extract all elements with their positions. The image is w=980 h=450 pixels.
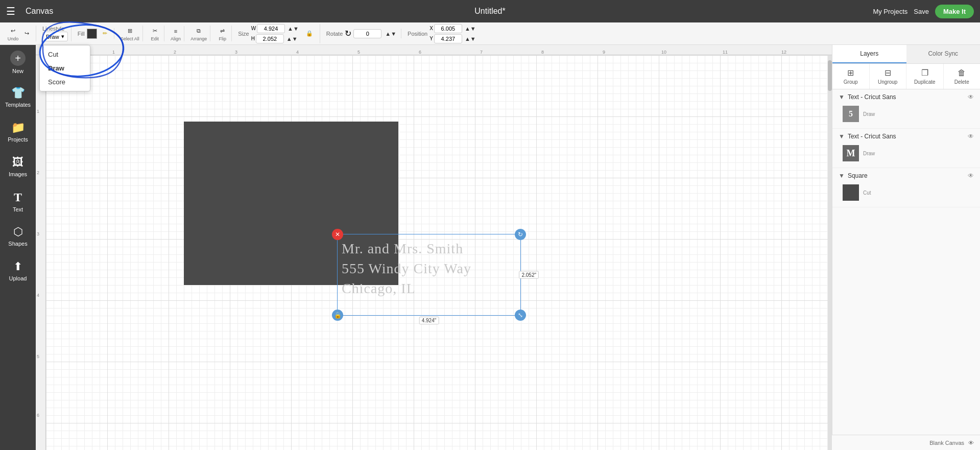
rotate-handle[interactable]: ↻ xyxy=(515,229,526,240)
select-all-button[interactable]: ⊞ xyxy=(124,26,136,36)
rotate-input[interactable] xyxy=(353,29,381,38)
canvas-object[interactable]: ✕ ↻ 🔒 ⤡ Mr. and Mrs. Smith 555 Windy Cit xyxy=(184,122,398,285)
close-icon: ✕ xyxy=(335,231,340,238)
layer-group-text-2: ▼ Text - Cricut Sans 👁 M Draw xyxy=(832,129,980,168)
layer-visibility-toggle-2[interactable]: 👁 xyxy=(968,133,974,140)
scale-handle[interactable]: ⤡ xyxy=(515,310,526,321)
ungroup-icon: ⊟ xyxy=(885,68,891,78)
expand-arrow-3[interactable]: ▼ xyxy=(839,172,845,179)
flip-button[interactable]: ⇌ xyxy=(217,26,228,36)
sidebar-item-text[interactable]: T Text xyxy=(0,184,36,219)
layer-visibility-toggle-1[interactable]: 👁 xyxy=(968,93,974,101)
duplicate-label: Duplicate xyxy=(914,79,936,85)
layer-item-square[interactable]: Cut xyxy=(839,182,974,203)
text-icon: T xyxy=(14,191,22,204)
my-projects-link[interactable]: My Projects xyxy=(873,8,907,15)
layer-visibility-toggle-3[interactable]: 👁 xyxy=(968,172,974,179)
undo-button[interactable]: ↩ xyxy=(7,26,19,36)
layer-group-title-2: Text - Cricut Sans xyxy=(848,133,896,140)
layer-item-text-5[interactable]: 5 Draw xyxy=(839,104,974,124)
linestyle-menu: Cut Draw Score xyxy=(39,45,90,91)
delete-action[interactable]: 🗑 Delete xyxy=(944,64,981,89)
x-input[interactable] xyxy=(434,24,462,33)
tab-layers[interactable]: Layers xyxy=(832,45,906,63)
sidebar-new-label: New xyxy=(12,68,23,74)
undo-redo-group: ↩ Undo ↪ xyxy=(4,26,36,41)
w-label: W xyxy=(251,26,256,31)
flip-group: ⇌ Flip xyxy=(213,26,232,41)
linestyle-value: Draw xyxy=(46,34,59,40)
ungroup-label: Ungroup xyxy=(878,79,897,85)
y-step-btn[interactable]: ▲▼ xyxy=(463,35,477,42)
fill-group: Fill ✏ xyxy=(75,28,114,39)
panel-actions: ⊞ Group ⊟ Ungroup ❐ Duplicate 🗑 Delete xyxy=(832,64,980,89)
vertical-scrollbar[interactable] xyxy=(828,55,832,450)
scrollbar-thumb[interactable] xyxy=(828,60,832,91)
linestyle-option-cut[interactable]: Cut xyxy=(40,48,90,61)
save-button[interactable]: Save xyxy=(914,8,929,15)
group-action[interactable]: ⊞ Group xyxy=(832,64,870,89)
sidebar-item-templates[interactable]: 👕 Templates xyxy=(0,80,36,114)
sidebar-upload-label: Upload xyxy=(9,275,27,281)
redo-button[interactable]: ↪ xyxy=(21,28,33,39)
selected-element[interactable]: ✕ ↻ 🔒 ⤡ Mr. and Mrs. Smith 555 Windy Cit xyxy=(337,234,521,316)
canvas-text-element[interactable]: Mr. and Mrs. Smith 555 Windy City Way Ch… xyxy=(338,234,520,303)
sidebar-item-images[interactable]: 🖼 Images xyxy=(0,149,36,184)
x-step-btn[interactable]: ▲▼ xyxy=(463,25,477,32)
width-input[interactable] xyxy=(257,24,285,33)
arrange-button[interactable]: ⧉ xyxy=(193,26,204,36)
sidebar-item-projects[interactable]: 📁 Projects xyxy=(0,114,36,149)
edit-button[interactable]: ✂ xyxy=(149,26,161,36)
redo-icon: ↪ xyxy=(25,30,29,37)
expand-arrow-1[interactable]: ▼ xyxy=(839,93,845,101)
linestyle-dropdown[interactable]: Draw ▾ xyxy=(42,32,68,41)
linestyle-option-score[interactable]: Score xyxy=(40,75,90,89)
w-step-btn[interactable]: ▲▼ xyxy=(286,25,300,32)
layer-group-header-3: ▼ Square 👁 xyxy=(839,172,974,179)
sidebar-item-new[interactable]: + New xyxy=(0,45,36,80)
hamburger-menu[interactable]: ☰ xyxy=(6,5,15,17)
arrange-label: Arrange xyxy=(190,36,207,41)
expand-arrow-2[interactable]: ▼ xyxy=(839,133,845,140)
tab-color-sync[interactable]: Color Sync xyxy=(906,45,981,63)
text-line-3: Chicago, IL xyxy=(342,278,516,298)
ruler-vertical: 1 2 3 4 5 6 7 xyxy=(36,55,46,450)
canvas-visibility-icon[interactable]: 👁 xyxy=(968,440,974,446)
align-button[interactable]: ≡ xyxy=(171,26,181,36)
ungroup-action[interactable]: ⊟ Ungroup xyxy=(870,64,907,89)
dimension-width-label: 4.924" xyxy=(419,317,439,324)
canvas-title: Untitled* xyxy=(474,7,505,16)
linestyle-option-draw[interactable]: Draw xyxy=(40,61,90,75)
lock-proportions-button[interactable]: 🔒 xyxy=(302,28,317,39)
rotate-icon: ↻ xyxy=(345,29,351,38)
layer-type-square: Cut xyxy=(863,190,970,196)
fill-color-swatch[interactable] xyxy=(87,29,97,39)
undo-icon: ↩ xyxy=(11,28,15,34)
sidebar-item-shapes[interactable]: ⬡ Shapes xyxy=(0,219,36,253)
duplicate-icon: ❐ xyxy=(921,68,928,78)
layer-type-M: Draw xyxy=(863,151,970,156)
shapes-icon: ⬡ xyxy=(13,225,23,239)
text-line-1: Mr. and Mrs. Smith xyxy=(342,239,516,258)
delete-handle[interactable]: ✕ xyxy=(332,229,343,240)
rotate-step-btn[interactable]: ▲▼ xyxy=(384,30,398,37)
app-title: Canvas xyxy=(26,7,867,16)
lock-handle[interactable]: 🔒 xyxy=(332,310,343,321)
plus-icon: + xyxy=(10,51,26,66)
layer-item-text-M[interactable]: M Draw xyxy=(839,143,974,163)
make-it-button[interactable]: Make It xyxy=(935,5,974,18)
panel-tabs: Layers Color Sync xyxy=(832,45,980,64)
fill-color-picker[interactable]: ✏ xyxy=(99,28,111,39)
height-input[interactable] xyxy=(256,34,284,43)
x-label: X xyxy=(429,26,433,31)
group-icon: ⊞ xyxy=(847,68,854,78)
canvas-area[interactable]: 1 2 3 4 5 6 7 8 9 10 11 12 1 2 3 4 5 6 7… xyxy=(36,45,832,450)
align-icon: ≡ xyxy=(174,28,177,34)
h-step-btn[interactable]: ▲▼ xyxy=(285,35,299,42)
duplicate-action[interactable]: ❐ Duplicate xyxy=(906,64,944,89)
layer-info-M: Draw xyxy=(863,151,970,156)
sidebar-item-upload[interactable]: ⬆ Upload xyxy=(0,253,36,288)
delete-icon: 🗑 xyxy=(958,68,966,78)
layer-group-square: ▼ Square 👁 Cut xyxy=(832,168,980,207)
y-input[interactable] xyxy=(434,34,462,43)
